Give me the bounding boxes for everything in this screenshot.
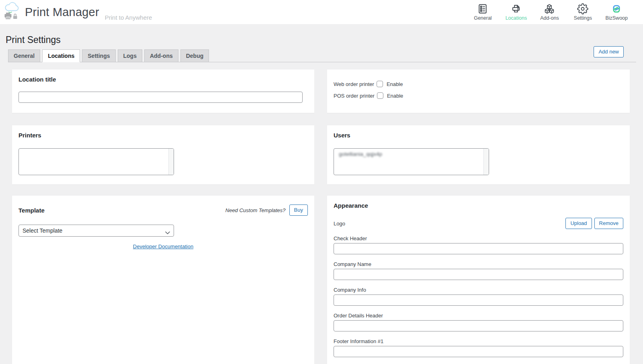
header-nav: General Locations [472, 3, 628, 21]
appearance-card: Appearance Logo Upload Remove Check Head… [327, 196, 630, 364]
order-details-header-label: Order Details Header [334, 313, 623, 319]
check-header-field: Check Header [334, 235, 623, 254]
logo-row: Logo Upload Remove [334, 218, 623, 229]
pos-order-printer-label: POS order printer [334, 93, 375, 99]
logo-label: Logo [334, 221, 345, 227]
company-name-label: Company Name [334, 261, 623, 267]
nav-item-locations[interactable]: Locations [505, 3, 527, 21]
nav-item-settings[interactable]: Settings [572, 3, 594, 21]
location-title-heading: Location title [18, 76, 308, 83]
add-new-button[interactable]: Add new [594, 46, 624, 57]
order-details-header-field: Order Details Header [334, 313, 623, 331]
upload-button[interactable]: Upload [565, 218, 592, 229]
scrollbar-track[interactable] [483, 149, 489, 175]
company-info-input[interactable] [334, 294, 623, 306]
app-tagline: Print to Anywhere [105, 14, 152, 22]
list-icon [477, 3, 488, 14]
nav-label: General [474, 15, 491, 21]
remove-button[interactable]: Remove [594, 218, 623, 229]
web-order-printer-row: Web order printer Enable [334, 81, 623, 87]
user-list-item[interactable]: gotelliania_qqjx4p [334, 149, 489, 157]
nav-label: Add-ons [540, 15, 559, 21]
nav-item-add-ons[interactable]: Add-ons [539, 3, 560, 21]
company-name-field: Company Name [334, 261, 623, 280]
printers-card: Printers [12, 125, 314, 184]
tab-settings[interactable]: Settings [82, 49, 115, 62]
enable-label: Enable [387, 93, 403, 99]
custom-templates-promo: Need Custom Templates? [225, 207, 286, 213]
brand: Print Manager Print to Anywhere [3, 2, 152, 22]
gear-icon [577, 3, 588, 14]
location-title-input[interactable] [18, 92, 303, 103]
users-heading: Users [334, 132, 623, 139]
web-order-printer-label: Web order printer [334, 81, 374, 87]
order-details-header-input[interactable] [334, 320, 623, 331]
template-card: Template Need Custom Templates? Buy Sele… [12, 196, 314, 364]
tab-logs[interactable]: Logs [118, 49, 142, 62]
template-select-wrap: Select Template [18, 225, 174, 237]
company-info-field: Company Info [334, 287, 623, 306]
template-select[interactable]: Select Template [18, 225, 174, 237]
footer-information-1-label: Footer Information #1 [334, 338, 623, 344]
company-name-input[interactable] [334, 269, 623, 280]
cloud-print-logo-icon [3, 2, 21, 22]
order-printer-card: Web order printer Enable POS order print… [327, 70, 630, 113]
users-card: Users gotelliania_qqjx4p [327, 125, 630, 184]
pos-order-printer-row: POS order printer Enable [334, 92, 623, 99]
bizswoop-logo-icon [611, 3, 622, 14]
app-header: Print Manager Print to Anywhere General [0, 0, 643, 24]
cubes-icon [544, 3, 555, 14]
content-area: Location title Web order printer Enable … [12, 70, 630, 364]
printer-icon [510, 3, 522, 14]
tab-add-ons[interactable]: Add-ons [144, 49, 178, 62]
footer-information-1-field: Footer Information #1 [334, 338, 623, 357]
enable-label: Enable [387, 81, 403, 87]
developer-documentation-link[interactable]: Developer Documentation [133, 243, 193, 249]
pos-order-printer-checkbox[interactable] [377, 92, 383, 99]
printers-heading: Printers [18, 132, 308, 139]
tab-general[interactable]: General [8, 49, 40, 62]
company-info-label: Company Info [334, 287, 623, 293]
app-title: Print Manager [25, 6, 99, 19]
nav-label: Locations [506, 15, 527, 21]
check-header-input[interactable] [334, 243, 623, 254]
users-listbox[interactable]: gotelliania_qqjx4p [334, 148, 489, 175]
template-heading: Template [18, 207, 225, 214]
nav-item-general[interactable]: General [472, 3, 494, 21]
buy-button[interactable]: Buy [289, 204, 308, 216]
location-title-card: Location title [12, 70, 314, 113]
tab-locations[interactable]: Locations [42, 49, 80, 62]
scrollbar-track[interactable] [168, 149, 174, 175]
footer-information-1-input[interactable] [334, 346, 623, 357]
web-order-printer-checkbox[interactable] [377, 81, 383, 87]
page-title: Print Settings [6, 35, 643, 45]
nav-label: BizSwoop [605, 15, 628, 21]
printers-listbox[interactable] [18, 148, 174, 175]
tab-debug[interactable]: Debug [180, 49, 209, 62]
appearance-heading: Appearance [334, 202, 623, 209]
check-header-label: Check Header [334, 235, 623, 241]
nav-label: Settings [574, 15, 592, 21]
tab-bar: General Locations Settings Logs Add-ons … [8, 49, 636, 62]
nav-item-bizswoop[interactable]: BizSwoop [605, 3, 628, 21]
